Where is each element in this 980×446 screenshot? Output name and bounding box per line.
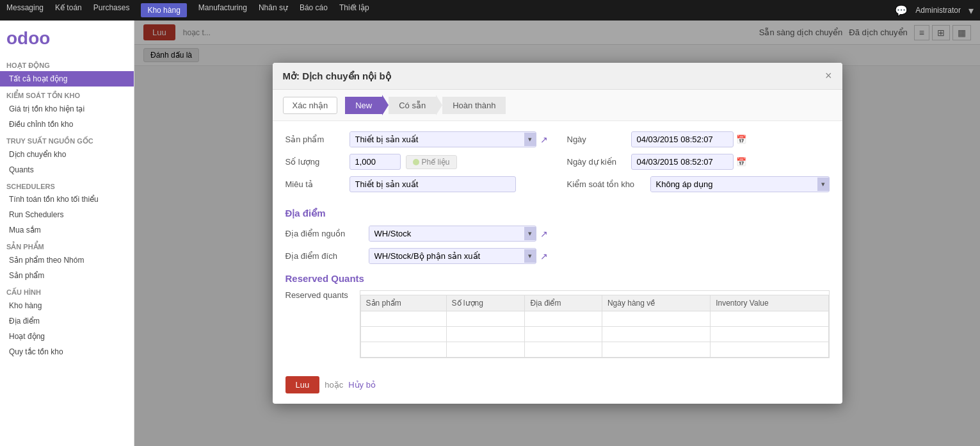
- kiem-soat-label: Kiểm soát tồn kho: [567, 179, 644, 189]
- step-new-label[interactable]: New: [345, 97, 382, 114]
- col-san-pham: Sản phẩm: [360, 295, 446, 311]
- sidebar-item-dia-diem[interactable]: Địa điểm: [0, 313, 134, 329]
- san-pham-input-wrap: ▾: [349, 131, 536, 147]
- ngay-calendar-icon[interactable]: 📅: [736, 135, 746, 144]
- step-co-san-arrow: [436, 95, 442, 115]
- ngay-du-kien-wrap: 📅: [631, 154, 746, 170]
- main-form: Sản phẩm ▾ ↗: [285, 131, 830, 199]
- step-hoan-thanh[interactable]: Hoàn thành: [442, 97, 506, 114]
- mieu-ta-row: Miêu tả: [285, 176, 548, 192]
- step-co-san[interactable]: Có sẵn: [389, 95, 442, 115]
- phi-lieu-badge[interactable]: Phế liệu: [406, 155, 457, 169]
- sidebar-item-tinh-toan[interactable]: Tính toán tồn kho tối thiểu: [0, 192, 134, 207]
- reserved-header-row: Sản phẩm Số lượng Địa điểm Ngày hàng về …: [360, 295, 828, 311]
- kiem-soat-select[interactable]: Không áp dụng: [651, 177, 817, 192]
- chat-icon[interactable]: 💬: [895, 4, 908, 17]
- logo-area: odoo: [0, 21, 134, 56]
- nav-kho-hang[interactable]: Kho hàng: [141, 3, 186, 17]
- san-pham-label: Sản phẩm: [285, 135, 343, 144]
- cancel-link[interactable]: Hủy bỏ: [348, 380, 376, 390]
- reserved-table-body: [360, 311, 828, 358]
- nav-thiet-lap[interactable]: Thiết lập: [339, 3, 369, 17]
- reserved-quants-label: Reserved quants: [285, 290, 349, 300]
- sidebar-item-dich-chuyen-kho[interactable]: Dịch chuyển kho: [0, 147, 134, 162]
- dia-diem-nguon-link-icon[interactable]: ↗: [540, 229, 548, 239]
- section-kiem-soat-title: Kiểm soát tồn kho: [0, 87, 134, 101]
- dia-diem-dich-input[interactable]: [369, 249, 524, 263]
- sidebar-item-dieu-chinh-ton-kho[interactable]: Điều chỉnh tồn kho: [0, 117, 134, 132]
- ngay-field-wrap: 📅: [631, 131, 746, 147]
- table-row: [360, 327, 828, 342]
- nav-ke-toan[interactable]: Kế toán: [55, 3, 82, 17]
- step-co-san-label[interactable]: Có sẵn: [389, 97, 436, 114]
- mieu-ta-input[interactable]: [349, 176, 516, 192]
- sidebar-item-san-pham-nhom[interactable]: Sản phẩm theo Nhóm: [0, 252, 134, 268]
- so-luong-field-wrap: Phế liệu: [349, 154, 457, 170]
- nav-purchases[interactable]: Purchases: [93, 3, 130, 17]
- reserved-quants-wrap: Reserved quants Sản phẩm Số lượng Địa đi…: [285, 290, 830, 358]
- dia-diem-nguon-input[interactable]: [369, 226, 524, 241]
- ngay-du-kien-cal-icon[interactable]: 📅: [736, 157, 746, 167]
- sidebar-item-quants[interactable]: Quants: [0, 162, 134, 178]
- reserved-table: Sản phẩm Số lượng Địa điểm Ngày hàng về …: [360, 295, 829, 358]
- san-pham-row: Sản phẩm ▾ ↗: [285, 131, 548, 147]
- phi-lieu-dot: [413, 159, 419, 165]
- sidebar-item-run-schedulers[interactable]: Run Schedulers: [0, 207, 134, 222]
- ngay-label: Ngày: [567, 135, 625, 144]
- sidebar-item-tat-ca-hoat-dong[interactable]: Tất cả hoạt động: [0, 71, 134, 87]
- dia-diem-nguon-label: Địa điểm nguồn: [285, 229, 362, 238]
- reserved-table-wrap: Sản phẩm Số lượng Địa điểm Ngày hàng về …: [360, 290, 830, 358]
- ngay-row: Ngày 📅: [567, 131, 830, 147]
- dia-diem-nguon-input-wrap: ▾: [369, 226, 536, 242]
- sidebar-item-mua-sam[interactable]: Mua sắm: [0, 222, 134, 238]
- modal-footer: Luu hoặc Hủy bỏ: [273, 368, 842, 404]
- nav-right: 💬 Administrator ▾: [895, 4, 974, 17]
- ngay-du-kien-input[interactable]: [631, 154, 734, 170]
- nav-items: Messaging Kế toán Purchases Kho hàng Man…: [6, 3, 369, 17]
- col-ngay-hang-ve: Ngày hàng về: [602, 295, 710, 311]
- dia-diem-nguon-arrow[interactable]: ▾: [524, 227, 536, 240]
- col-inventory-value: Inventory Value: [711, 295, 828, 311]
- ngay-du-kien-row: Ngày dự kiến 📅: [567, 154, 830, 170]
- sidebar-item-hoat-dong[interactable]: Hoạt động: [0, 329, 134, 344]
- dia-diem-dich-row: Địa điểm đích ▾ ↗: [285, 248, 830, 264]
- nav-messaging[interactable]: Messaging: [6, 3, 44, 17]
- kiem-soat-dropdown-arrow[interactable]: ▾: [817, 178, 829, 191]
- col-dia-diem: Địa điểm: [525, 295, 602, 311]
- nav-manufacturing[interactable]: Manufacturing: [198, 3, 247, 17]
- modal-luu-button[interactable]: Luu: [285, 376, 320, 393]
- table-row: [360, 311, 828, 327]
- ngay-du-kien-label: Ngày dự kiến: [567, 157, 625, 167]
- step-new[interactable]: New: [345, 95, 389, 115]
- sidebar-item-gia-tri-ton-kho[interactable]: Giá trị tồn kho hiện tại: [0, 101, 134, 117]
- dia-diem-dich-link-icon[interactable]: ↗: [540, 251, 548, 261]
- chevron-down-icon[interactable]: ▾: [968, 4, 974, 17]
- sidebar-item-quy-tac-ton-kho[interactable]: Quy tắc tồn kho: [0, 344, 134, 359]
- san-pham-link-icon[interactable]: ↗: [540, 135, 548, 145]
- step-hoan-thanh-label[interactable]: Hoàn thành: [442, 97, 506, 114]
- dia-diem-dich-arrow[interactable]: ▾: [524, 249, 536, 263]
- so-luong-input[interactable]: [349, 154, 401, 170]
- ngay-input[interactable]: [631, 131, 734, 147]
- san-pham-dropdown-arrow[interactable]: ▾: [524, 133, 536, 146]
- main-layout: odoo Hoạt động Tất cả hoạt động Kiểm soá…: [0, 21, 980, 446]
- sidebar-item-kho-hang[interactable]: Kho hàng: [0, 298, 134, 313]
- section-schedulers-title: Schedulers: [0, 178, 134, 192]
- col-so-luong: Số lượng: [446, 295, 525, 311]
- reserved-scroll[interactable]: Sản phẩm Số lượng Địa điểm Ngày hàng về …: [360, 290, 830, 358]
- admin-menu[interactable]: Administrator: [915, 6, 961, 15]
- san-pham-input[interactable]: [350, 132, 524, 147]
- section-hoat-dong-title: Hoạt động: [0, 56, 134, 71]
- step-new-arrow: [382, 95, 389, 115]
- reserved-section-title: Reserved Quants: [285, 273, 830, 284]
- dia-diem-dich-label: Địa điểm đích: [285, 251, 362, 261]
- confirm-button[interactable]: Xác nhận: [283, 97, 338, 114]
- section-san-pham-title: Sản phẩm: [0, 238, 134, 252]
- nav-nhan-su[interactable]: Nhân sự: [259, 3, 288, 17]
- footer-or-text: hoặc: [325, 380, 343, 390]
- nav-bao-cao[interactable]: Báo cáo: [300, 3, 328, 17]
- top-navigation: Messaging Kế toán Purchases Kho hàng Man…: [0, 0, 980, 21]
- sidebar-item-san-pham[interactable]: Sản phẩm: [0, 268, 134, 283]
- modal-close-button[interactable]: ×: [825, 69, 832, 83]
- kiem-soat-row: Kiểm soát tồn kho Không áp dụng ▾: [567, 176, 830, 192]
